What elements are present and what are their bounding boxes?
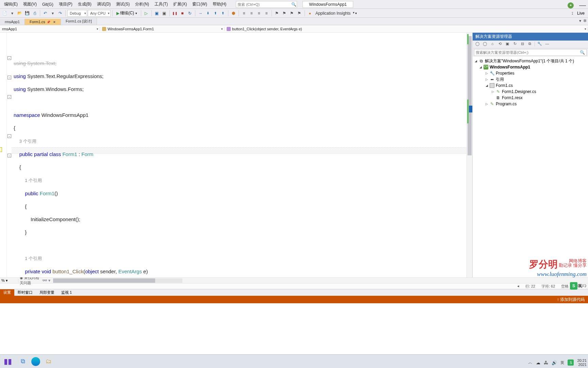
taskview-icon[interactable]: ⧉ — [16, 356, 29, 367]
step-out-icon[interactable] — [219, 10, 226, 17]
refresh-icon[interactable]: ↻ — [512, 42, 518, 47]
nav-left-icon[interactable]: ◂ — [517, 284, 519, 289]
indent-less-icon[interactable] — [241, 10, 247, 17]
undo-icon[interactable] — [42, 10, 49, 17]
show-all-icon[interactable]: ▣ — [505, 42, 510, 47]
horizontal-scrollbar[interactable] — [53, 278, 182, 283]
undo-dropdown-icon[interactable]: ▾ — [49, 10, 56, 17]
home-icon[interactable]: ⌂ — [490, 42, 495, 47]
bookmark-prev-icon[interactable] — [281, 10, 288, 17]
panel-tab-immediate[interactable]: 即时窗口 — [14, 289, 36, 296]
menu-analyze[interactable]: 分析(N) — [132, 0, 152, 8]
account-icon[interactable]: ✦ — [568, 2, 574, 9]
clock[interactable]: 20:212021 — [577, 358, 587, 367]
insights-dropdown[interactable]: Application Insights — [314, 11, 355, 16]
tree-references[interactable]: ▷ ▪▪ 引用 — [473, 76, 588, 82]
chevron-down-icon[interactable]: ◢ — [486, 84, 490, 87]
scrollbar-thumb[interactable] — [468, 36, 472, 155]
uncomment-icon[interactable] — [263, 10, 270, 17]
properties-icon[interactable]: ⧉ — [527, 42, 533, 47]
view-icon[interactable]: — — [544, 42, 550, 47]
sogou-tray-icon[interactable]: S — [568, 359, 574, 366]
tab-overflow-icon[interactable]: ▾ — [579, 18, 581, 23]
bookmark-next-icon[interactable] — [289, 10, 295, 17]
start-no-debug-icon[interactable] — [143, 10, 150, 17]
ime-indicator[interactable]: 英 — [560, 360, 564, 365]
menu-window[interactable]: 窗口(W) — [190, 0, 210, 8]
crumb-method[interactable]: button1_Click(object sender, EventArgs e… — [225, 27, 588, 31]
start-button[interactable]: ▮▮ — [1, 356, 14, 367]
live-share-icon[interactable] — [569, 10, 576, 17]
bookmark-clear-icon[interactable] — [296, 10, 303, 17]
back-icon[interactable]: ◯ — [475, 42, 480, 47]
chevron-up-icon[interactable]: ︿ — [528, 359, 533, 366]
network-icon[interactable]: 🖧 — [544, 360, 548, 365]
add-to-source-button[interactable]: ↑ 添加到源代码 — [557, 297, 585, 303]
fold-toggle[interactable]: - — [7, 95, 11, 99]
ime-badge[interactable]: S 英 ☽ — [570, 282, 587, 290]
hex-icon[interactable]: ⬢ — [230, 10, 237, 17]
collapse-icon[interactable]: ⊟ — [520, 42, 525, 47]
stop-icon[interactable] — [179, 10, 186, 17]
fold-toggle[interactable]: - — [7, 76, 11, 79]
box2-icon[interactable]: ▣ — [161, 10, 168, 17]
step-over-icon[interactable] — [212, 10, 219, 17]
windows-taskbar[interactable]: ▮▮ ⧉ 🗂 ︿ ☁ 🖧 🔊 英 S 20:212021 — [0, 354, 588, 368]
pause-icon[interactable] — [172, 10, 178, 17]
panel-tab-locals[interactable]: 局部变量 — [36, 289, 58, 296]
code-text[interactable]: using System.Text; using System.Text.Reg… — [12, 33, 467, 277]
outline-column[interactable]: - - - - - — [7, 33, 12, 277]
open-icon[interactable] — [16, 10, 23, 17]
crumb-class[interactable]: WindowsFormsApp1.Form1 — [100, 27, 225, 31]
fold-toggle[interactable]: - — [7, 154, 11, 157]
system-tray[interactable]: ︿ ☁ 🖧 🔊 英 S 20:212021 — [528, 358, 587, 367]
platform-dropdown[interactable]: Any CPU — [88, 10, 111, 17]
indent-more-icon[interactable] — [248, 10, 255, 17]
tab-rmsapp1[interactable]: rmsApp1 — [0, 19, 25, 25]
tree-project[interactable]: ◢ C# WindowsFormsApp1 — [473, 64, 588, 70]
fold-toggle[interactable]: - — [7, 56, 11, 60]
bookmark-icon[interactable] — [274, 10, 280, 17]
solution-explorer-title[interactable]: 解决方案资源管理器 — [473, 33, 588, 41]
panel-tab-watch[interactable]: 监视 1 — [58, 289, 75, 296]
menu-test[interactable]: 测试(S) — [113, 0, 132, 8]
chevron-right-icon[interactable]: ▷ — [492, 90, 496, 93]
continue-button[interactable]: 继续(C) ▾ — [114, 10, 139, 16]
crumb-project[interactable]: rmsApp1 — [0, 27, 100, 31]
live-label[interactable]: Live — [577, 11, 585, 16]
pin-icon[interactable] — [45, 20, 52, 24]
global-search[interactable]: 🔍 — [236, 1, 297, 8]
sync-icon[interactable]: ⟲ — [497, 42, 503, 47]
solution-tree[interactable]: ◢ ⧉ 解决方案"WindowsFormsApp1"(1 个项目/共 1 个) … — [473, 57, 588, 277]
redo-icon[interactable] — [57, 10, 64, 17]
chevron-down-icon[interactable]: ◢ — [475, 59, 479, 63]
tab-form1-designer[interactable]: Form1.cs [设计] — [61, 18, 97, 25]
search-icon[interactable]: 🔍 — [291, 2, 297, 7]
close-icon[interactable] — [52, 20, 56, 24]
new-file-icon[interactable] — [1, 10, 8, 17]
solution-name-badge[interactable]: WindowsFormsApp1 — [303, 1, 353, 8]
menu-build[interactable]: 生成(B) — [75, 0, 94, 8]
forward-icon[interactable]: ◯ — [482, 42, 488, 47]
show-next-icon[interactable] — [197, 10, 204, 17]
code-editor[interactable]: - - - - - using System.Text; using Syste… — [0, 33, 472, 277]
menu-extensions[interactable]: 扩展(X) — [170, 0, 190, 8]
volume-icon[interactable]: 🔊 — [552, 360, 557, 365]
window-minimize-icon[interactable]: — — [579, 1, 586, 9]
menu-debug[interactable]: 调试(D) — [94, 0, 114, 8]
save-icon[interactable] — [24, 10, 31, 17]
chevron-right-icon[interactable]: ▷ — [486, 102, 490, 106]
tab-settings-icon[interactable]: ✲ — [583, 18, 587, 23]
tree-solution-root[interactable]: ◢ ⧉ 解决方案"WindowsFormsApp1"(1 个项目/共 1 个) — [473, 58, 588, 64]
restart-icon[interactable] — [186, 10, 193, 17]
chevron-down-icon[interactable]: ◢ — [479, 65, 484, 69]
zoom-dropdown[interactable]: % ▾ — [0, 278, 18, 283]
menu-project[interactable]: 项目(P) — [56, 0, 75, 8]
tree-form1-designer[interactable]: ▷ ✎ Form1.Designer.cs — [473, 89, 588, 95]
search-input[interactable] — [236, 2, 291, 6]
tree-properties[interactable]: ▷ 🔧 Properties — [473, 70, 588, 76]
fold-toggle[interactable]: - — [7, 134, 11, 138]
save-all-icon[interactable] — [31, 10, 38, 17]
solution-search-input[interactable] — [476, 50, 580, 55]
comment-icon[interactable] — [256, 10, 262, 17]
